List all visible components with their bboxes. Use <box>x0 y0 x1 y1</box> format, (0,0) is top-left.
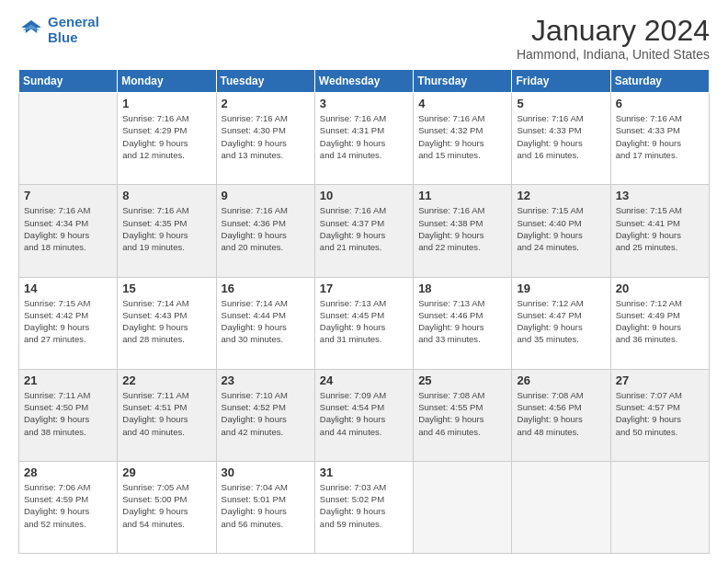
table-row: 27Sunrise: 7:07 AM Sunset: 4:57 PM Dayli… <box>610 369 709 461</box>
table-row: 24Sunrise: 7:09 AM Sunset: 4:54 PM Dayli… <box>314 369 413 461</box>
calendar-week-row: 21Sunrise: 7:11 AM Sunset: 4:50 PM Dayli… <box>19 369 710 461</box>
logo-general: General <box>48 14 99 29</box>
day-number: 10 <box>320 189 408 202</box>
table-row: 17Sunrise: 7:13 AM Sunset: 4:45 PM Dayli… <box>314 277 413 369</box>
calendar-header-row: Sunday Monday Tuesday Wednesday Thursday… <box>19 70 710 93</box>
table-row: 15Sunrise: 7:14 AM Sunset: 4:43 PM Dayli… <box>118 277 216 369</box>
page: General Blue January 2024 Hammond, India… <box>0 0 728 563</box>
subtitle: Hammond, Indiana, United States <box>517 47 710 62</box>
day-number: 3 <box>320 97 408 110</box>
day-info: Sunrise: 7:08 AM Sunset: 4:55 PM Dayligh… <box>418 389 506 438</box>
day-info: Sunrise: 7:16 AM Sunset: 4:31 PM Dayligh… <box>320 112 408 161</box>
day-info: Sunrise: 7:16 AM Sunset: 4:38 PM Dayligh… <box>418 204 506 253</box>
day-info: Sunrise: 7:14 AM Sunset: 4:44 PM Dayligh… <box>222 297 310 346</box>
day-info: Sunrise: 7:15 AM Sunset: 4:41 PM Dayligh… <box>616 204 704 253</box>
calendar-table: Sunday Monday Tuesday Wednesday Thursday… <box>18 69 710 554</box>
table-row: 4Sunrise: 7:16 AM Sunset: 4:32 PM Daylig… <box>414 93 512 185</box>
table-row: 2Sunrise: 7:16 AM Sunset: 4:30 PM Daylig… <box>216 93 314 185</box>
table-row: 29Sunrise: 7:05 AM Sunset: 5:00 PM Dayli… <box>118 461 216 553</box>
table-row: 23Sunrise: 7:10 AM Sunset: 4:52 PM Dayli… <box>216 369 314 461</box>
table-row: 25Sunrise: 7:08 AM Sunset: 4:55 PM Dayli… <box>414 369 512 461</box>
day-number: 5 <box>517 97 605 110</box>
calendar-week-row: 28Sunrise: 7:06 AM Sunset: 4:59 PM Dayli… <box>19 461 710 553</box>
col-tuesday: Tuesday <box>216 70 314 93</box>
col-friday: Friday <box>512 70 610 93</box>
day-info: Sunrise: 7:07 AM Sunset: 4:57 PM Dayligh… <box>616 389 704 438</box>
day-info: Sunrise: 7:16 AM Sunset: 4:32 PM Dayligh… <box>418 112 506 161</box>
day-number: 20 <box>616 282 704 295</box>
day-info: Sunrise: 7:16 AM Sunset: 4:30 PM Dayligh… <box>222 112 310 161</box>
day-number: 29 <box>122 465 210 479</box>
table-row: 30Sunrise: 7:04 AM Sunset: 5:01 PM Dayli… <box>216 461 314 553</box>
table-row <box>414 461 512 553</box>
day-info: Sunrise: 7:16 AM Sunset: 4:35 PM Dayligh… <box>122 204 210 253</box>
logo-blue: Blue <box>48 30 99 46</box>
col-sunday: Sunday <box>19 70 118 93</box>
day-number: 13 <box>616 189 704 202</box>
day-number: 27 <box>616 373 704 387</box>
day-number: 28 <box>24 465 112 479</box>
day-number: 24 <box>320 373 408 387</box>
day-number: 7 <box>24 189 112 202</box>
header: General Blue January 2024 Hammond, India… <box>18 15 710 62</box>
day-info: Sunrise: 7:11 AM Sunset: 4:51 PM Dayligh… <box>122 389 210 438</box>
table-row: 6Sunrise: 7:16 AM Sunset: 4:33 PM Daylig… <box>610 93 709 185</box>
day-number: 26 <box>517 373 605 387</box>
day-number: 23 <box>222 373 310 387</box>
table-row: 22Sunrise: 7:11 AM Sunset: 4:51 PM Dayli… <box>118 369 216 461</box>
day-number: 11 <box>418 189 506 202</box>
table-row: 19Sunrise: 7:12 AM Sunset: 4:47 PM Dayli… <box>512 277 610 369</box>
day-info: Sunrise: 7:13 AM Sunset: 4:45 PM Dayligh… <box>320 297 408 346</box>
day-info: Sunrise: 7:14 AM Sunset: 4:43 PM Dayligh… <box>122 297 210 346</box>
day-info: Sunrise: 7:12 AM Sunset: 4:47 PM Dayligh… <box>517 297 605 346</box>
table-row: 5Sunrise: 7:16 AM Sunset: 4:33 PM Daylig… <box>512 93 610 185</box>
table-row <box>610 461 709 553</box>
col-thursday: Thursday <box>414 70 512 93</box>
table-row: 9Sunrise: 7:16 AM Sunset: 4:36 PM Daylig… <box>216 185 314 277</box>
table-row: 14Sunrise: 7:15 AM Sunset: 4:42 PM Dayli… <box>19 277 118 369</box>
calendar-week-row: 1Sunrise: 7:16 AM Sunset: 4:29 PM Daylig… <box>19 93 710 185</box>
day-number: 18 <box>418 282 506 295</box>
day-info: Sunrise: 7:13 AM Sunset: 4:46 PM Dayligh… <box>418 297 506 346</box>
table-row: 26Sunrise: 7:08 AM Sunset: 4:56 PM Dayli… <box>512 369 610 461</box>
table-row: 1Sunrise: 7:16 AM Sunset: 4:29 PM Daylig… <box>118 93 216 185</box>
day-info: Sunrise: 7:04 AM Sunset: 5:01 PM Dayligh… <box>222 481 310 530</box>
day-info: Sunrise: 7:16 AM Sunset: 4:33 PM Dayligh… <box>616 112 704 161</box>
calendar-week-row: 7Sunrise: 7:16 AM Sunset: 4:34 PM Daylig… <box>19 185 710 277</box>
table-row: 12Sunrise: 7:15 AM Sunset: 4:40 PM Dayli… <box>512 185 610 277</box>
day-number: 25 <box>418 373 506 387</box>
table-row: 16Sunrise: 7:14 AM Sunset: 4:44 PM Dayli… <box>216 277 314 369</box>
table-row: 11Sunrise: 7:16 AM Sunset: 4:38 PM Dayli… <box>414 185 512 277</box>
col-saturday: Saturday <box>610 70 709 93</box>
day-info: Sunrise: 7:03 AM Sunset: 5:02 PM Dayligh… <box>320 481 408 530</box>
table-row: 13Sunrise: 7:15 AM Sunset: 4:41 PM Dayli… <box>610 185 709 277</box>
day-info: Sunrise: 7:10 AM Sunset: 4:52 PM Dayligh… <box>222 389 310 438</box>
day-number: 17 <box>320 282 408 295</box>
day-number: 19 <box>517 282 605 295</box>
table-row: 7Sunrise: 7:16 AM Sunset: 4:34 PM Daylig… <box>19 185 118 277</box>
table-row: 3Sunrise: 7:16 AM Sunset: 4:31 PM Daylig… <box>314 93 413 185</box>
table-row: 21Sunrise: 7:11 AM Sunset: 4:50 PM Dayli… <box>19 369 118 461</box>
day-info: Sunrise: 7:15 AM Sunset: 4:40 PM Dayligh… <box>517 204 605 253</box>
day-number: 30 <box>222 465 310 479</box>
table-row <box>19 93 118 185</box>
day-number: 12 <box>517 189 605 202</box>
day-number: 2 <box>222 97 310 110</box>
calendar-week-row: 14Sunrise: 7:15 AM Sunset: 4:42 PM Dayli… <box>19 277 710 369</box>
day-number: 16 <box>222 282 310 295</box>
day-info: Sunrise: 7:09 AM Sunset: 4:54 PM Dayligh… <box>320 389 408 438</box>
day-number: 1 <box>122 97 210 110</box>
logo-text: General Blue <box>48 15 99 45</box>
table-row: 20Sunrise: 7:12 AM Sunset: 4:49 PM Dayli… <box>610 277 709 369</box>
main-title: January 2024 <box>517 15 710 47</box>
day-number: 9 <box>222 189 310 202</box>
table-row: 8Sunrise: 7:16 AM Sunset: 4:35 PM Daylig… <box>118 185 216 277</box>
day-info: Sunrise: 7:16 AM Sunset: 4:33 PM Dayligh… <box>517 112 605 161</box>
day-number: 14 <box>24 282 112 295</box>
day-info: Sunrise: 7:08 AM Sunset: 4:56 PM Dayligh… <box>517 389 605 438</box>
day-info: Sunrise: 7:12 AM Sunset: 4:49 PM Dayligh… <box>616 297 704 346</box>
day-number: 15 <box>122 282 210 295</box>
table-row: 10Sunrise: 7:16 AM Sunset: 4:37 PM Dayli… <box>314 185 413 277</box>
col-wednesday: Wednesday <box>314 70 413 93</box>
day-info: Sunrise: 7:11 AM Sunset: 4:50 PM Dayligh… <box>24 389 112 438</box>
